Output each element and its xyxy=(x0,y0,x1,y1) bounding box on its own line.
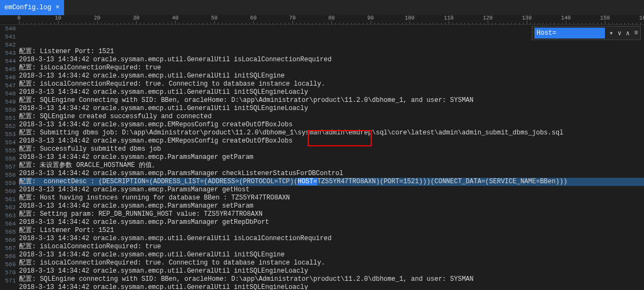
search-next-icon[interactable]: ∨ xyxy=(615,28,623,38)
line-number: 550 xyxy=(0,106,16,114)
line-number: 560 xyxy=(0,188,16,196)
ruler-tick xyxy=(292,21,293,25)
ruler-label: 30 xyxy=(133,15,139,21)
ruler-label: 110 xyxy=(444,15,454,21)
line-number: 570 xyxy=(0,269,16,277)
code-line: 2018-3-13 14:34:42 oracle.sysman.emcp.Pa… xyxy=(19,153,644,162)
code-line: 配置: Setting param: REP_DB_RUNNING_HOST v… xyxy=(19,210,644,218)
ruler-label: 0 xyxy=(17,15,21,21)
ruler-label: 70 xyxy=(289,15,296,21)
line-number: 563 xyxy=(0,212,16,220)
line-number: 561 xyxy=(0,196,16,204)
ruler-label: 90 xyxy=(367,15,374,21)
line-number: 565 xyxy=(0,228,16,236)
code-line: 2018-3-13 14:34:42 oracle.sysman.emcp.ut… xyxy=(19,88,644,96)
ruler-label: 40 xyxy=(172,15,178,21)
ruler-tick xyxy=(331,21,332,25)
code-line: 配置: 未设置参数 ORACLE_HOSTNAME 的值。 xyxy=(19,162,644,170)
code-line: 配置: Listener Port: 1521 xyxy=(19,48,644,56)
line-number: 540 xyxy=(0,25,16,33)
ruler-label: 80 xyxy=(328,15,335,21)
code-line: 2018-3-13 14:34:42 oracle.sysman.emcp.Pa… xyxy=(19,218,644,227)
line-number-gutter: 5405415425435445455465475485495505515525… xyxy=(0,25,19,290)
line-number: 558 xyxy=(0,171,16,179)
code-line: 2018-3-13 14:34:42 oracle.sysman.emcp.ut… xyxy=(19,267,644,275)
line-number: 542 xyxy=(0,41,16,49)
ruler-label: 60 xyxy=(250,15,257,21)
ruler-tick xyxy=(371,21,371,25)
code-line: 配置: Host having instnces running for dat… xyxy=(19,194,644,202)
code-line: 配置: isLocalConnectionRequired: true xyxy=(19,64,644,72)
line-number: 571 xyxy=(0,277,16,285)
line-number: 556 xyxy=(0,155,16,163)
code-line: 配置: Listener Port: 1521 xyxy=(19,227,644,235)
ruler-label: 50 xyxy=(211,15,218,21)
code-line: 2018-3-13 14:34:42 oracle.sysman.emcp.EM… xyxy=(19,121,644,129)
ruler-label: 150 xyxy=(600,15,610,21)
line-number: 552 xyxy=(0,123,16,131)
ruler-tick xyxy=(527,21,527,25)
line-number: 566 xyxy=(0,236,16,244)
code-line: 配置: SQLEngine Connecting with SID: BBen,… xyxy=(19,96,644,105)
ruler-tick xyxy=(605,21,605,25)
code-content[interactable]: 配置: Listener Port: 15212018-3-13 14:34:4… xyxy=(19,25,644,290)
ruler-tick xyxy=(488,21,488,25)
line-number: 546 xyxy=(0,74,16,82)
code-line: 配置: Submitting dbms job: D:\app\Administ… xyxy=(19,129,644,137)
line-number: 549 xyxy=(0,98,16,106)
line-number: 555 xyxy=(0,147,16,155)
code-line: 2018-3-13 14:34:42 oracle.sysman.emcp.ut… xyxy=(19,72,644,80)
line-number: 568 xyxy=(0,253,16,261)
code-line: 2018-3-13 14:34:42 oracle.sysman.emcp.ut… xyxy=(19,56,644,64)
line-number: 551 xyxy=(0,114,16,123)
search-dropdown-icon[interactable]: ▾ xyxy=(607,28,615,38)
ruler-label: 10 xyxy=(55,15,61,21)
line-number: 545 xyxy=(0,66,16,74)
ruler-tick xyxy=(449,21,449,25)
line-number: 547 xyxy=(0,82,16,90)
ruler-tick xyxy=(175,21,176,25)
code-line: 配置: isLocalConnectionRequired: true. Con… xyxy=(19,259,644,267)
code-line: 2018-3-13 14:34:42 oracle.sysman.emcp.ut… xyxy=(19,283,644,290)
code-line: 配置: isLocalConnectionRequired: true xyxy=(19,243,644,251)
ruler-label: 100 xyxy=(405,15,415,21)
line-number: 543 xyxy=(0,49,16,57)
line-number: 554 xyxy=(0,139,16,147)
line-number: 548 xyxy=(0,90,16,98)
code-line: 2018-3-13 14:34:42 oracle.sysman.emcp.EM… xyxy=(19,137,644,145)
line-number: 559 xyxy=(0,179,16,188)
code-line: 2018-3-13 14:34:42 oracle.sysman.emcp.Pa… xyxy=(19,170,644,178)
search-menu-icon[interactable]: ≡ xyxy=(632,28,640,38)
code-line: 2018-3-13 14:34:42 oracle.sysman.emcp.ut… xyxy=(19,105,644,113)
ruler-label: 160 xyxy=(639,15,644,21)
ruler-label: 140 xyxy=(561,15,571,21)
code-line: 配置: SQLEngine created successfully and c… xyxy=(19,113,644,121)
ruler-label: 20 xyxy=(94,15,100,21)
ruler-label: 120 xyxy=(483,15,493,21)
ruler-label: 130 xyxy=(522,15,532,21)
ruler-tick xyxy=(566,21,566,25)
code-line: 配置: Successfully submitted dbms job xyxy=(19,145,644,153)
close-icon[interactable]: × xyxy=(55,4,59,11)
line-number: 562 xyxy=(0,204,16,212)
code-line: 配置: connectDesc : (DESCRIPTION=(ADDRESS_… xyxy=(19,178,644,186)
ruler-tick xyxy=(253,21,254,25)
line-number: 553 xyxy=(0,131,16,139)
line-number: 567 xyxy=(0,244,16,253)
code-line: 配置: SQLEngine connecting with SID: BBen,… xyxy=(19,275,644,283)
search-prev-icon[interactable]: ∧ xyxy=(624,28,632,38)
tab-title: emConfig.log xyxy=(4,4,51,11)
line-number: 541 xyxy=(0,33,16,41)
search-match-active: HOST= xyxy=(298,178,317,185)
code-line: 2018-3-13 14:34:42 oracle.sysman.emcp.Pa… xyxy=(19,186,644,194)
ruler-tick xyxy=(19,21,20,25)
file-tab[interactable]: emConfig.log × xyxy=(0,0,64,15)
code-line: 2018-3-13 14:34:42 oracle.sysman.emcp.ut… xyxy=(19,235,644,243)
ruler-tick xyxy=(58,21,59,25)
line-number: 557 xyxy=(0,163,16,171)
ruler: 0102030405060708090100110120130140150160 xyxy=(0,15,644,25)
code-line: 配置: isLocalConnectionRequired: true. Con… xyxy=(19,80,644,88)
ruler-tick xyxy=(136,21,137,25)
search-input[interactable] xyxy=(534,28,605,38)
ruler-tick xyxy=(97,21,98,25)
